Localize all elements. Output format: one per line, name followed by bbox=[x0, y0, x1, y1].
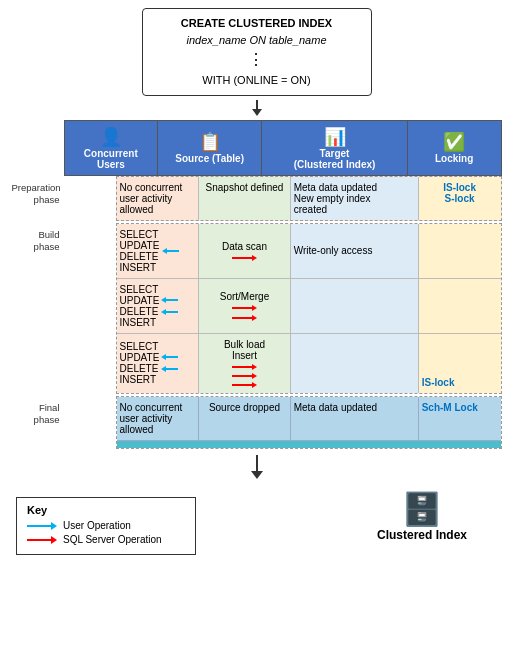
locking-icon: ✅ bbox=[443, 132, 465, 152]
prep-phase-label: Preparation phase bbox=[12, 182, 60, 207]
prep-locking-cell: IS-lockS-lock bbox=[418, 177, 500, 220]
build-phase-label: Build phase bbox=[12, 229, 60, 254]
bulk-red-arrow2 bbox=[232, 373, 257, 379]
build-phase-container: Build phase SELECTUPDATEDELETEINSERT bbox=[64, 223, 502, 394]
bottom-section: Key User Operation SQL Server Operation bbox=[8, 487, 505, 555]
final-locking-text: Sch-M Lock bbox=[422, 402, 478, 413]
build-r1-source-text: Data scan bbox=[222, 241, 267, 252]
final-teal-bar bbox=[117, 440, 501, 448]
build-r1-concurrent: SELECTUPDATEDELETEINSERT bbox=[117, 224, 199, 279]
sort-red-arrow2 bbox=[232, 315, 257, 321]
prep-source-cell: Snapshot defined bbox=[199, 177, 290, 220]
build-r1-target-text: Write-only access bbox=[294, 245, 373, 256]
final-bottom-bar bbox=[117, 440, 501, 448]
select-arrow3a bbox=[161, 354, 178, 360]
bottom-arrow-line bbox=[256, 455, 258, 471]
sql-dots: ⋮ bbox=[248, 51, 266, 68]
sql-line3: WITH (ONLINE = ON) bbox=[202, 74, 310, 86]
final-phase-label: Final phase bbox=[12, 402, 60, 427]
final-locking-cell: Sch-M Lock bbox=[418, 397, 500, 441]
header-concurrent-label: ConcurrentUsers bbox=[84, 148, 138, 170]
header-locking-label: Locking bbox=[435, 153, 473, 164]
header-concurrent: 👤 ConcurrentUsers bbox=[64, 120, 158, 175]
key-user-label: User Operation bbox=[63, 520, 131, 531]
key-item-sql: SQL Server Operation bbox=[27, 534, 185, 545]
prep-target-text: Meta data updatedNew empty indexcreated bbox=[294, 182, 377, 215]
prep-table: No concurrentuser activityallowed Snapsh… bbox=[117, 177, 501, 220]
prep-locking-text: IS-lockS-lock bbox=[443, 182, 476, 204]
build-r3-locking-text: IS-lock bbox=[422, 377, 455, 388]
all-phases: 👤 ConcurrentUsers 📋 Source (Table) 📊 Tar… bbox=[64, 120, 502, 450]
header-target: 📊 Target(Clustered Index) bbox=[262, 120, 408, 175]
build-r1-locking bbox=[418, 224, 500, 279]
sort-red-arrow1 bbox=[232, 305, 257, 311]
prep-concurrent-cell: No concurrentuser activityallowed bbox=[117, 177, 199, 220]
final-row: No concurrentuser activityallowed Source… bbox=[117, 397, 501, 441]
prep-source-text: Snapshot defined bbox=[206, 182, 284, 193]
bulk-red-arrow3 bbox=[232, 382, 257, 388]
final-target-text: Meta data updated bbox=[294, 402, 377, 413]
header-table: 👤 ConcurrentUsers 📋 Source (Table) 📊 Tar… bbox=[64, 120, 502, 176]
key-title: Key bbox=[27, 504, 185, 516]
update-arrow2 bbox=[161, 309, 178, 315]
sql-box: CREATE CLUSTERED INDEX index_name ON tab… bbox=[142, 8, 372, 96]
final-target-cell: Meta data updated bbox=[290, 397, 418, 441]
key-section: Key User Operation SQL Server Operation bbox=[16, 497, 196, 555]
build-r2-locking bbox=[418, 278, 500, 333]
final-table: No concurrentuser activityallowed Source… bbox=[117, 397, 501, 449]
clustered-index-label: Clustered Index bbox=[377, 528, 467, 542]
prep-phase-content: No concurrentuser activityallowed Snapsh… bbox=[116, 176, 502, 221]
final-source-cell: Source dropped bbox=[199, 397, 290, 441]
prep-phase-container: Preparation phase No concurrentuser acti… bbox=[64, 176, 502, 221]
user-op-arrow bbox=[27, 522, 57, 530]
header-target-label: Target(Clustered Index) bbox=[294, 148, 376, 170]
final-phase-content: No concurrentuser activityallowed Source… bbox=[116, 396, 502, 450]
bottom-arrow-container bbox=[251, 455, 263, 479]
select-arrow-left bbox=[162, 248, 179, 254]
build-r1-ops: SELECTUPDATEDELETEINSERT bbox=[120, 229, 160, 273]
main-grid-wrapper: 👤 ConcurrentUsers 📋 Source (Table) 📊 Tar… bbox=[12, 120, 502, 452]
sql-op-arrow bbox=[27, 536, 57, 544]
build-r3-locking: IS-lock bbox=[418, 333, 500, 393]
build-r2-concurrent: SELECTUPDATEDELETEINSERT bbox=[117, 278, 199, 333]
sql-line1: CREATE CLUSTERED INDEX bbox=[181, 17, 332, 29]
key-sql-label: SQL Server Operation bbox=[63, 534, 162, 545]
user-arrow-line bbox=[27, 525, 51, 527]
bulk-red-arrow1 bbox=[232, 364, 257, 370]
build-row-3: SELECTUPDATEDELETEINSERT bbox=[117, 333, 501, 393]
sql-arrow-head bbox=[51, 536, 57, 544]
concurrent-icon: 👤 bbox=[100, 127, 122, 147]
final-concurrent-cell: No concurrentuser activityallowed bbox=[117, 397, 199, 441]
build-r2-source: Sort/Merge bbox=[199, 278, 290, 333]
build-r1-target: Write-only access bbox=[290, 224, 418, 279]
build-r3-source-text: Bulk loadInsert bbox=[224, 339, 265, 361]
select-arrow2 bbox=[161, 297, 178, 303]
build-r2-target bbox=[290, 278, 418, 333]
build-r2-ops: SELECTUPDATEDELETEINSERT bbox=[120, 284, 160, 328]
final-concurrent-text: No concurrentuser activityallowed bbox=[120, 402, 183, 435]
build-phase-content: SELECTUPDATEDELETEINSERT bbox=[116, 223, 502, 394]
final-phase-container: Final phase No concurrentuser activityal… bbox=[64, 396, 502, 450]
page-wrapper: CREATE CLUSTERED INDEX index_name ON tab… bbox=[0, 0, 513, 563]
final-source-text: Source dropped bbox=[209, 402, 280, 413]
target-icon: 📊 bbox=[324, 127, 346, 147]
prep-concurrent-text: No concurrentuser activityallowed bbox=[120, 182, 183, 215]
build-r3-concurrent: SELECTUPDATEDELETEINSERT bbox=[117, 333, 199, 393]
build-r1-source: Data scan bbox=[199, 224, 290, 279]
prep-target-cell: Meta data updatedNew empty indexcreated bbox=[290, 177, 418, 220]
header-source-label: Source (Table) bbox=[175, 153, 244, 164]
build-table: SELECTUPDATEDELETEINSERT bbox=[117, 224, 501, 393]
build-row-1: SELECTUPDATEDELETEINSERT bbox=[117, 224, 501, 279]
source-icon: 📋 bbox=[199, 132, 221, 152]
build-r3-target bbox=[290, 333, 418, 393]
build-r3-ops: SELECTUPDATEDELETEINSERT bbox=[120, 341, 160, 385]
build-r2-source-text: Sort/Merge bbox=[220, 291, 269, 302]
header-source: 📋 Source (Table) bbox=[158, 120, 262, 175]
clustered-index-icon: 🗄️ bbox=[377, 493, 467, 525]
top-section: CREATE CLUSTERED INDEX index_name ON tab… bbox=[142, 8, 372, 116]
sql-arrow-line bbox=[27, 539, 51, 541]
sql-line2: index_name ON table_name bbox=[186, 34, 326, 46]
select-arrow3b bbox=[161, 366, 178, 372]
user-arrow-head bbox=[51, 522, 57, 530]
build-r3-source: Bulk loadInsert bbox=[199, 333, 290, 393]
